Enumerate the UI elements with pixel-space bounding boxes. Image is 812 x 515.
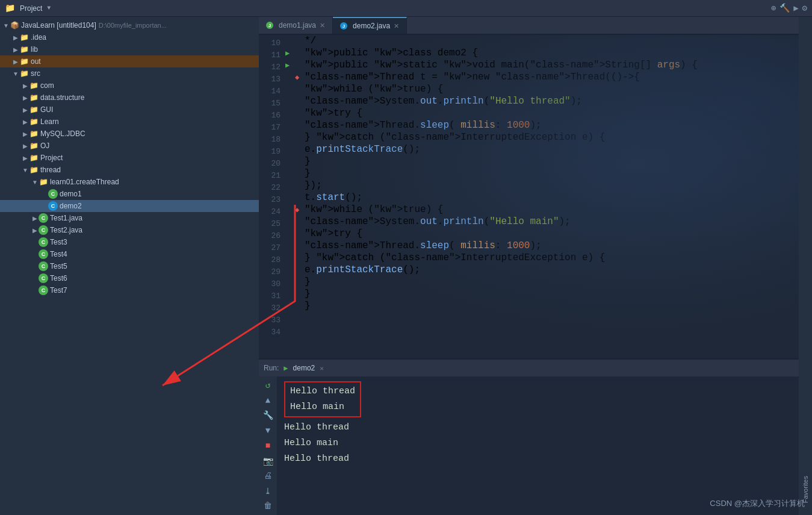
tree-item-com[interactable]: ▶ 📁 com — [0, 80, 259, 92]
mysql-label: MySQL.JDBC — [40, 130, 85, 138]
tree-item-test2[interactable]: ▶ C Test2.java — [0, 224, 259, 236]
test1-label: Test1.java — [50, 214, 82, 222]
code-text-17: "class-name">Thread.sleep( millis: 1000)… — [305, 120, 542, 131]
toolbar-icons: ⊕ 🔨 ▶ ⚙ — [771, 3, 807, 13]
scroll-down-button[interactable]: ▼ — [261, 425, 274, 435]
breakpoint-13[interactable]: ◆ — [295, 72, 305, 83]
learn01-folder-icon: 📁 — [39, 177, 48, 187]
test2-file-icon: C — [39, 225, 48, 235]
print-button[interactable]: 🖨 — [261, 471, 274, 481]
tree-item-test7[interactable]: ▶ C Test7 — [0, 284, 259, 296]
code-line-19: e.printStackTrace(); — [285, 143, 799, 155]
tree-item-thread[interactable]: ▼ 📁 thread — [0, 164, 259, 176]
tree-item-learn01[interactable]: ▼ 📁 learn01.createThread — [0, 176, 259, 188]
run-label: Run: — [264, 364, 279, 372]
nav-icon[interactable]: ⊕ — [771, 3, 776, 13]
root-label: JavaLearn [untitled104] — [21, 21, 96, 30]
tree-item-out[interactable]: ▶ 📁 out — [0, 55, 259, 67]
tree-item-data-structure[interactable]: ▶ 📁 data.structure — [0, 92, 259, 104]
test7-label: Test7 — [50, 286, 67, 295]
tab-demo1-close[interactable]: ✕ — [320, 22, 325, 30]
code-line-11: ▶"kw">public "kw">class demo2 { — [285, 47, 799, 59]
watermark: CSDN @杰深入学习计算机 — [710, 498, 805, 509]
camera-button[interactable]: 📷 — [261, 456, 274, 466]
line-numbers: 1011121314151617181920212223242526272829… — [259, 35, 285, 358]
project-sidebar: ▼ 📦 JavaLearn [untitled104] D:\00myfile_… — [0, 17, 259, 515]
run-tab-close[interactable]: ✕ — [320, 364, 324, 372]
tab-demo1[interactable]: J demo1.java ✕ — [259, 17, 333, 34]
out-folder-icon: 📁 — [19, 57, 29, 66]
code-text-20: } — [305, 156, 311, 167]
idea-arrow: ▶ — [12, 34, 19, 41]
tree-item-test3[interactable]: ▶ C Test3 — [0, 236, 259, 248]
mysql-folder-icon: 📁 — [29, 129, 39, 139]
project-icon: 📁 — [5, 3, 15, 13]
tab-demo1-label: demo1.java — [279, 21, 316, 30]
tree-root[interactable]: ▼ 📦 JavaLearn [untitled104] D:\00myfile_… — [0, 19, 259, 31]
trash-button[interactable]: 🗑 — [261, 501, 274, 511]
root-path: D:\00myfile_importan... — [99, 22, 167, 29]
rerun-button[interactable]: ↺ — [261, 380, 274, 390]
breakpoint-24[interactable]: ◆ — [295, 204, 305, 215]
file-tree: ▼ 📦 JavaLearn [untitled104] D:\00myfile_… — [0, 17, 259, 515]
tree-item-test1[interactable]: ▶ C Test1.java — [0, 212, 259, 224]
console-line-4: Hello thread — [284, 451, 792, 467]
tree-item-project[interactable]: ▶ 📁 Project — [0, 152, 259, 164]
tree-item-learn[interactable]: ▶ 📁 Learn — [0, 116, 259, 128]
code-line-10: */ — [285, 35, 799, 47]
tree-item-test6[interactable]: ▶ C Test6 — [0, 272, 259, 284]
tree-item-oj[interactable]: ▶ 📁 OJ — [0, 140, 259, 152]
code-line-27: "class-name">Thread.sleep( millis: 1000)… — [285, 240, 799, 252]
code-text-12: "kw">public "kw">static "kw">void main("… — [305, 60, 698, 70]
code-line-33 — [285, 312, 799, 324]
mysql-arrow: ▶ — [22, 130, 29, 137]
project-dropdown-icon[interactable]: ▼ — [47, 5, 51, 11]
tree-item-lib[interactable]: ▶ 📁 lib — [0, 43, 259, 55]
run-config-icon[interactable]: ▶ — [793, 3, 798, 13]
build-icon[interactable]: 🔨 — [779, 3, 790, 13]
editor-tab-bar: J demo1.java ✕ J demo2.java ✕ — [259, 17, 799, 35]
console-line-1: Hello main — [290, 399, 355, 415]
code-text-24: "kw">while ("kw">true) { — [305, 204, 443, 215]
code-line-28: } "kw">catch ("class-name">InterruptedEx… — [285, 252, 799, 264]
gui-label: GUI — [40, 105, 53, 114]
code-line-23: t.start(); — [285, 192, 799, 204]
test5-file-icon: C — [39, 261, 48, 271]
tree-item-demo1[interactable]: ▶ C demo1 — [0, 188, 259, 200]
tree-item-demo2[interactable]: ▶ C demo2 — [0, 200, 259, 212]
settings-icon[interactable]: ⚙ — [802, 3, 807, 13]
com-arrow: ▶ — [22, 82, 29, 89]
import-button[interactable]: ⤓ — [261, 486, 274, 496]
tab-demo2[interactable]: J demo2.java ✕ — [333, 17, 407, 34]
wrench-button[interactable]: 🔧 — [261, 410, 274, 420]
tree-item-mysql[interactable]: ▶ 📁 MySQL.JDBC — [0, 128, 259, 140]
tab-demo1-icon: J — [266, 22, 273, 29]
com-folder-icon: 📁 — [29, 81, 39, 90]
gui-arrow: ▶ — [22, 106, 29, 113]
code-line-30: } — [285, 276, 799, 288]
console-line-0: Hello thread — [290, 384, 355, 399]
code-lines-container: */▶"kw">public "kw">class demo2 {▶ "kw">… — [285, 35, 799, 358]
code-line-18: } "kw">catch ("class-name">InterruptedEx… — [285, 131, 799, 143]
code-line-32: } — [285, 300, 799, 312]
code-text-31: } — [305, 289, 311, 299]
run-tab-program[interactable]: demo2 — [293, 364, 315, 372]
console-highlighted-box: Hello threadHello main — [284, 381, 361, 417]
stop-button[interactable]: ■ — [261, 440, 274, 451]
tree-item-gui[interactable]: ▶ 📁 GUI — [0, 104, 259, 116]
code-editor[interactable]: 1011121314151617181920212223242526272829… — [259, 35, 799, 358]
test1-file-icon: C — [39, 213, 48, 223]
test5-label: Test5 — [50, 262, 67, 270]
project-title: Project — [20, 4, 42, 13]
learn01-label: learn01.createThread — [50, 178, 119, 186]
src-arrow: ▼ — [12, 70, 19, 77]
tree-item-src[interactable]: ▼ 📁 src — [0, 67, 259, 80]
code-text-30: } — [305, 276, 311, 287]
tab-demo2-close[interactable]: ✕ — [394, 22, 399, 30]
thread-arrow: ▼ — [22, 166, 29, 173]
tree-item-idea[interactable]: ▶ 📁 .idea — [0, 31, 259, 43]
tree-item-test5[interactable]: ▶ C Test5 — [0, 260, 259, 272]
tree-item-test4[interactable]: ▶ C Test4 — [0, 248, 259, 260]
console-output: Hello threadHello mainHello threadHello … — [277, 376, 799, 515]
scroll-up-button[interactable]: ▲ — [261, 395, 274, 405]
